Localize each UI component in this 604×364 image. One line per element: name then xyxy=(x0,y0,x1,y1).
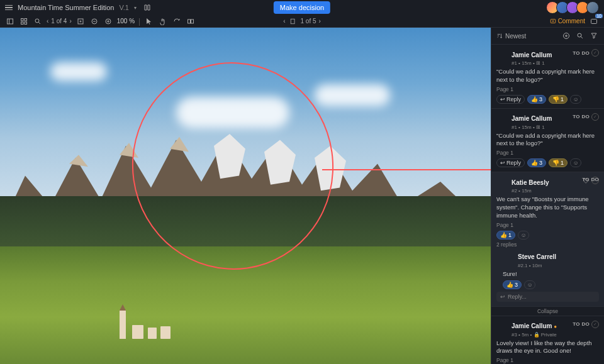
menu-icon[interactable] xyxy=(5,5,13,11)
collaborator-avatars[interactable] xyxy=(549,1,599,14)
svg-line-7 xyxy=(38,22,40,24)
comment-meta: #3 • 5m • 🔒 Private xyxy=(512,332,599,338)
svg-rect-8 xyxy=(78,19,83,24)
comment-meta: #1 • 15m • ⊞ 1 xyxy=(512,60,599,66)
reaction-thumbs-up[interactable]: 👍1 xyxy=(496,231,515,240)
page-pager-center[interactable]: ‹ 1 of 5 › xyxy=(283,16,321,26)
svg-rect-0 xyxy=(8,19,13,24)
comment-author: Katie Beesly xyxy=(512,179,549,186)
status-badge[interactable]: TO DO xyxy=(582,177,599,182)
reply-button[interactable]: ↩ Reply xyxy=(496,158,525,167)
svg-rect-21 xyxy=(591,19,597,23)
svg-rect-5 xyxy=(25,22,27,25)
page-icon xyxy=(288,16,298,26)
comment-meta: #2.1 • 10m xyxy=(518,263,599,268)
comment-card[interactable]: Jamie Callum #1 • 15m • ⊞ 1 TO DO ✓ "Cou… xyxy=(491,109,604,173)
comments-sidebar: Newest Jamie Callum #1 • 15m • ⊞ 1 TO DO… xyxy=(491,28,604,364)
notification-count: 10 xyxy=(595,14,603,18)
svg-point-35 xyxy=(578,33,581,37)
svg-rect-3 xyxy=(25,18,27,21)
canvas-viewport[interactable] xyxy=(0,28,491,364)
resolve-icon[interactable]: ✓ xyxy=(591,49,599,57)
comment-body: Lovely view! I like the way the depth dr… xyxy=(496,339,599,356)
status-badge[interactable]: TO DO xyxy=(573,114,590,119)
reaction-thumbs-up[interactable]: 👍3 xyxy=(503,280,522,289)
comment-body: We can't say "Boosts your immune system"… xyxy=(496,196,599,219)
comment-page: Page 1 xyxy=(496,150,599,156)
svg-line-36 xyxy=(581,36,583,38)
fit-icon[interactable] xyxy=(76,16,86,26)
comment-page: Page 1 xyxy=(496,222,599,228)
comment-card[interactable]: Jamie Callum #1 • 15m • ⊞ 1 TO DO ✓ "Cou… xyxy=(491,45,604,109)
comment-meta: #2 • 15m xyxy=(512,188,599,194)
reply-button[interactable]: ↩ Reply xyxy=(496,95,525,104)
add-comment-button[interactable]: Comment xyxy=(550,18,585,25)
add-reaction-icon[interactable]: ☺ xyxy=(518,231,529,240)
status-badge[interactable]: TO DO xyxy=(573,50,590,56)
svg-rect-16 xyxy=(191,19,194,23)
rotate-icon[interactable] xyxy=(172,16,182,26)
add-reaction-icon[interactable]: ☺ xyxy=(524,280,535,289)
notifications-icon[interactable]: 10 xyxy=(589,16,599,26)
comment-body: Sure! xyxy=(503,270,599,279)
collapse-button[interactable]: Collapse xyxy=(491,307,604,316)
resolve-icon[interactable]: ✓ xyxy=(591,321,599,328)
avatar xyxy=(496,321,508,332)
comment-card[interactable]: Jamie Callum ● #3 • 5m • 🔒 Private TO DO… xyxy=(491,316,604,365)
chevron-left-icon[interactable]: ‹ xyxy=(283,18,285,25)
comment-body: "Could we add a copyright mark here next… xyxy=(496,132,599,148)
svg-point-9 xyxy=(80,21,81,22)
comment-author: Jamie Callum xyxy=(512,52,552,58)
status-badge[interactable]: TO DO xyxy=(573,321,590,327)
add-reaction-icon[interactable]: ☺ xyxy=(570,158,581,167)
avatar xyxy=(496,177,508,188)
sort-dropdown[interactable]: Newest xyxy=(496,33,526,40)
zoom-level[interactable]: 100 % xyxy=(117,18,135,25)
chevron-down-icon[interactable]: ▾ xyxy=(134,5,137,11)
verified-icon: ● xyxy=(554,324,557,329)
svg-point-6 xyxy=(35,19,39,23)
search-icon[interactable] xyxy=(33,16,43,26)
search-comments-icon[interactable] xyxy=(575,31,585,41)
book-icon[interactable] xyxy=(142,2,153,13)
svg-rect-17 xyxy=(291,19,295,24)
annotation-connector xyxy=(322,169,491,170)
hand-icon[interactable] xyxy=(158,16,168,26)
reply-input[interactable]: ↩ Reply... xyxy=(496,292,599,302)
comment-body: "Could we add a copyright mark here next… xyxy=(496,68,599,84)
comment-author: Jamie Callum ● xyxy=(512,323,557,329)
resolve-icon[interactable]: ✓ xyxy=(591,113,599,121)
compare-icon[interactable] xyxy=(186,16,196,26)
zoom-out-icon[interactable] xyxy=(89,16,99,26)
chevron-right-icon[interactable]: › xyxy=(319,18,321,25)
version-label[interactable]: V.1 xyxy=(119,4,129,11)
chevron-left-icon[interactable]: ‹ xyxy=(47,18,48,25)
grid-icon[interactable] xyxy=(19,16,29,26)
panel-left-icon[interactable] xyxy=(5,16,15,26)
reaction-thumbs-down[interactable]: 👎1 xyxy=(549,95,568,104)
filter-icon[interactable] xyxy=(589,31,599,41)
add-reaction-icon[interactable]: ☺ xyxy=(570,95,581,104)
doc-title: Mountain Time Summer Edition xyxy=(18,4,114,11)
svg-rect-15 xyxy=(188,19,191,23)
comment-card[interactable]: Katie Beesly #2 • 15m ✓ We can't say "Bo… xyxy=(491,172,604,306)
add-icon[interactable] xyxy=(561,31,571,41)
cursor-icon[interactable] xyxy=(144,16,154,26)
comment-page: Page 1 xyxy=(496,86,599,92)
comment-meta: #1 • 15m • ⊞ 1 xyxy=(512,124,599,130)
page-pager-left[interactable]: ‹ 1 of 4 › xyxy=(47,18,72,25)
make-decision-button[interactable]: Make decision xyxy=(274,1,330,14)
svg-rect-2 xyxy=(21,18,24,21)
avatar xyxy=(496,113,508,124)
avatar xyxy=(496,49,508,60)
thread-reply: Steve Carrell #2.1 • 10m TO DO Sure! 👍3 … xyxy=(503,250,599,289)
reaction-thumbs-up[interactable]: 👍3 xyxy=(527,95,546,104)
reaction-thumbs-up[interactable]: 👍3 xyxy=(527,158,546,167)
zoom-in-icon[interactable] xyxy=(103,16,113,26)
thread-count[interactable]: 2 replies xyxy=(496,241,599,248)
comment-author: Jamie Callum xyxy=(512,115,552,122)
svg-rect-4 xyxy=(21,22,24,25)
chevron-right-icon[interactable]: › xyxy=(69,18,71,25)
comment-page: Page 1 xyxy=(496,357,599,363)
reaction-thumbs-down[interactable]: 👎1 xyxy=(549,158,568,167)
